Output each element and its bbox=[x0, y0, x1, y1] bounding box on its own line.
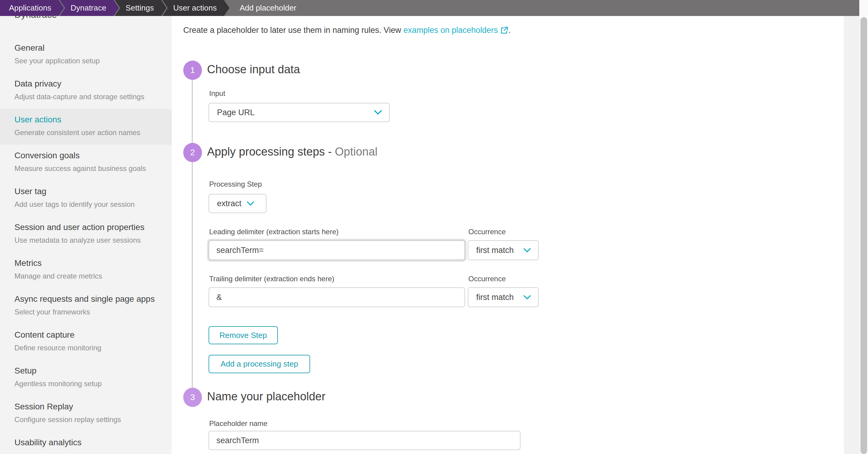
intro-before: Create a placeholder to later use them i… bbox=[183, 26, 403, 35]
breadcrumb-item-label: Dynatrace bbox=[70, 3, 106, 13]
leading-delimiter-input[interactable] bbox=[209, 240, 465, 260]
sidebar-item-conversion-goals[interactable]: Conversion goalsMeasure success against … bbox=[0, 145, 172, 181]
sidebar-item-title: Setup bbox=[14, 365, 166, 377]
processing-step-value: extract bbox=[217, 199, 241, 208]
sidebar-item-metrics[interactable]: MetricsManage and create metrics bbox=[0, 252, 172, 288]
breadcrumb-item-add-placeholder: Add placeholder bbox=[225, 0, 309, 16]
sidebar-item-title: Conversion goals bbox=[14, 150, 166, 161]
sidebar-header-clipped: Dynatrace bbox=[14, 16, 57, 21]
sidebar-item-setup[interactable]: SetupAgentless monitoring setup bbox=[0, 360, 172, 396]
sidebar-item-subtitle: See your application setup bbox=[14, 56, 166, 66]
input-source-select[interactable]: Page URL bbox=[209, 103, 390, 122]
sidebar-item-title: Content capture bbox=[14, 329, 166, 341]
sidebar-item-general[interactable]: GeneralSee your application setup bbox=[0, 37, 172, 73]
step-2-optional-label: Optional bbox=[335, 145, 378, 158]
intro-after: . bbox=[508, 26, 511, 35]
sidebar-item-title: User actions bbox=[14, 114, 166, 126]
external-link-icon bbox=[500, 26, 508, 34]
placeholder-name-label: Placeholder name bbox=[209, 419, 267, 428]
content-right-gutter bbox=[844, 16, 860, 454]
breadcrumb-item-dynatrace[interactable]: Dynatrace bbox=[60, 0, 119, 16]
sidebar-item-async-requests-and-single-page-apps[interactable]: Async requests and single page appsSelec… bbox=[0, 288, 172, 324]
sidebar-item-data-privacy[interactable]: Data privacyAdjust data-capture and stor… bbox=[0, 73, 172, 109]
sidebar-item-user-actions[interactable]: User actionsGenerate consistent user act… bbox=[0, 109, 172, 145]
sidebar-header-label: Dynatrace bbox=[14, 16, 57, 20]
occurrence-select-2[interactable]: first match bbox=[468, 287, 538, 307]
sidebar-item-title: Async requests and single page apps bbox=[14, 293, 166, 305]
sidebar-item-title: General bbox=[14, 42, 166, 54]
step-3-title: Name your placeholder bbox=[207, 390, 326, 403]
sidebar-item-subtitle: Select your frameworks bbox=[14, 307, 166, 317]
occurrence-label-1: Occurrence bbox=[468, 228, 506, 236]
breadcrumb: ApplicationsDynatraceSettingsUser action… bbox=[0, 0, 860, 16]
processing-step-label: Processing Step bbox=[209, 180, 262, 188]
breadcrumb-item-settings[interactable]: Settings bbox=[115, 0, 167, 16]
vertical-scrollbar[interactable] bbox=[859, 0, 868, 454]
step-1-heading: Choose input data bbox=[207, 63, 300, 76]
sidebar-item-subtitle: Manage and create metrics bbox=[14, 271, 166, 281]
step-2-heading: Apply processing steps -Optional bbox=[207, 145, 378, 158]
add-placeholder-panel: Create a placeholder to later use them i… bbox=[172, 16, 844, 454]
breadcrumb-item-label: User actions bbox=[173, 3, 217, 13]
occurrence-value-2: first match bbox=[476, 293, 514, 302]
sidebar-nav-list: GeneralSee your application setupData pr… bbox=[0, 37, 172, 454]
occurrence-label-2: Occurrence bbox=[468, 275, 506, 283]
settings-sidebar: Dynatrace GeneralSee your application se… bbox=[0, 16, 172, 454]
sidebar-item-usability-analytics[interactable]: Usability analytics bbox=[0, 432, 172, 454]
trailing-delimiter-label: Trailing delimiter (extraction ends here… bbox=[209, 275, 334, 283]
breadcrumb-item-applications[interactable]: Applications bbox=[0, 0, 64, 16]
breadcrumb-item-label: Applications bbox=[9, 3, 51, 13]
sidebar-item-title: Metrics bbox=[14, 257, 166, 269]
breadcrumb-item-user-actions[interactable]: User actions bbox=[162, 0, 230, 16]
sidebar-item-subtitle: Measure success against business goals bbox=[14, 163, 166, 174]
step-2-badge: 2 bbox=[183, 143, 202, 162]
breadcrumb-item-label: Add placeholder bbox=[240, 3, 296, 13]
sidebar-item-subtitle: Use metadata to analyze user sessions bbox=[14, 235, 166, 246]
sidebar-item-content-capture[interactable]: Content captureDefine resource monitorin… bbox=[0, 324, 172, 360]
remove-step-button[interactable]: Remove Step bbox=[209, 326, 278, 344]
chevron-down-icon bbox=[247, 201, 254, 206]
processing-step-select[interactable]: extract bbox=[209, 194, 267, 213]
examples-on-placeholders-link[interactable]: examples on placeholders bbox=[403, 24, 508, 36]
sidebar-item-session-and-user-action-properties[interactable]: Session and user action propertiesUse me… bbox=[0, 216, 172, 252]
chevron-down-icon bbox=[524, 248, 531, 253]
leading-delimiter-label: Leading delimiter (extraction starts her… bbox=[209, 228, 339, 236]
occurrence-select-1[interactable]: first match bbox=[468, 240, 538, 260]
input-label: Input bbox=[209, 89, 225, 98]
placeholder-name-input[interactable] bbox=[209, 431, 521, 450]
step-3-badge: 3 bbox=[183, 388, 202, 407]
trailing-delimiter-input[interactable] bbox=[209, 287, 465, 307]
sidebar-item-title: User tag bbox=[14, 185, 166, 198]
step-3-heading: Name your placeholder bbox=[207, 390, 326, 403]
step-2-title: Apply processing steps - bbox=[207, 145, 332, 158]
chevron-down-icon bbox=[524, 295, 531, 300]
input-source-value: Page URL bbox=[217, 108, 255, 117]
occurrence-value-1: first match bbox=[476, 246, 514, 255]
step-connector-line bbox=[192, 70, 193, 397]
step-1-badge: 1 bbox=[183, 61, 202, 80]
step-3-number: 3 bbox=[190, 393, 195, 402]
add-processing-step-button[interactable]: Add a processing step bbox=[209, 355, 310, 373]
sidebar-item-subtitle: Configure session replay settings bbox=[14, 414, 166, 425]
step-1-number: 1 bbox=[190, 65, 195, 75]
sidebar-item-subtitle: Agentless monitoring setup bbox=[14, 378, 166, 389]
chevron-down-icon bbox=[374, 110, 382, 115]
sidebar-item-subtitle: Generate consistent user action names bbox=[14, 127, 166, 138]
sidebar-item-subtitle: Add user tags to identify your session bbox=[14, 199, 166, 210]
sidebar-item-user-tag[interactable]: User tagAdd user tags to identify your s… bbox=[0, 181, 172, 216]
sidebar-item-subtitle: Adjust data-capture and storage settings bbox=[14, 91, 166, 102]
examples-link-label: examples on placeholders bbox=[403, 24, 498, 36]
sidebar-item-title: Session and user action properties bbox=[14, 221, 166, 233]
step-2-number: 2 bbox=[190, 148, 195, 157]
intro-text: Create a placeholder to later use them i… bbox=[183, 24, 511, 36]
sidebar-item-subtitle: Define resource monitoring bbox=[14, 342, 166, 353]
breadcrumb-item-label: Settings bbox=[126, 3, 154, 13]
sidebar-item-title: Data privacy bbox=[14, 78, 166, 90]
sidebar-item-title: Session Replay bbox=[14, 401, 166, 413]
sidebar-item-session-replay[interactable]: Session ReplayConfigure session replay s… bbox=[0, 396, 172, 432]
step-1-title: Choose input data bbox=[207, 63, 300, 75]
scrollbar-thumb[interactable] bbox=[861, 17, 867, 454]
sidebar-item-title: Usability analytics bbox=[14, 436, 166, 449]
